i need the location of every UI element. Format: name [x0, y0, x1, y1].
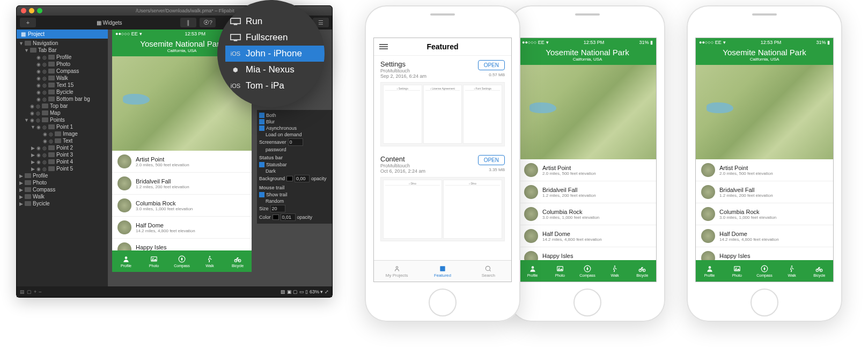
svg-point-13 — [486, 266, 490, 270]
pause-button[interactable]: ∥ — [180, 18, 196, 27]
bottom-tab[interactable]: Search — [466, 261, 511, 282]
tree-item[interactable]: ◉ ◎Top bar — [17, 102, 108, 109]
tree-item[interactable]: ◉ ◎Bycicle — [17, 88, 108, 95]
point-row[interactable]: Artist Point2.0 miles, 500 feet elevatio… — [112, 151, 252, 173]
tab-bicycle[interactable]: Bicycle — [224, 250, 252, 272]
tab-compass[interactable]: Compass — [168, 250, 196, 272]
point-row[interactable]: Half Dome14.2 miles, 4,800 feet elevatio… — [519, 225, 656, 247]
tree-item[interactable]: ▶Compass — [17, 186, 108, 193]
menu-icon[interactable] — [379, 44, 388, 49]
tree-item[interactable]: ▼Navigation — [17, 40, 108, 47]
tree-item[interactable]: ▶Profile — [17, 172, 108, 179]
open-button[interactable]: OPEN — [478, 155, 505, 165]
point-row[interactable]: Bridalveil Fall1.2 miles, 200 feet eleva… — [519, 181, 656, 203]
point-row[interactable]: Columbia Rock3.0 miles, 1,000 feet eleva… — [112, 195, 252, 217]
point-row[interactable]: Bridalveil Fall1.2 miles, 200 feet eleva… — [696, 181, 833, 203]
tree-item[interactable]: ▶◉ ◎Point 5 — [17, 165, 108, 172]
tree-item[interactable]: ◉ ◎Text — [17, 137, 108, 144]
tree-item[interactable]: ▶Photo — [17, 179, 108, 186]
svg-rect-7 — [231, 18, 240, 24]
run-target-item[interactable]: iOSJohn - iPhone — [225, 46, 325, 62]
tab-photo[interactable]: Photo — [723, 260, 751, 282]
run-target-item[interactable]: Fullscreen — [225, 29, 325, 46]
svg-rect-10 — [234, 40, 238, 41]
tab-compass[interactable]: Compass — [573, 260, 601, 282]
svg-rect-9 — [231, 34, 240, 40]
tab-walk[interactable]: Walk — [196, 250, 224, 272]
tab-bicycle[interactable]: Bicycle — [806, 260, 833, 282]
tree-item[interactable]: ▶Walk — [17, 193, 108, 200]
tab-profile[interactable]: Profile — [519, 260, 546, 282]
photo-icon — [732, 265, 742, 273]
project-tab[interactable]: ▦ Project — [17, 29, 108, 39]
tree-item[interactable]: ▼◉ ◎Point 1 — [17, 123, 108, 130]
tree-item[interactable]: ◉ ◎Photo — [17, 61, 108, 68]
compass-icon — [177, 255, 187, 263]
tree-item[interactable]: ▼◉ ◎Points — [17, 116, 108, 123]
close-icon[interactable] — [21, 8, 26, 13]
bottom-tab[interactable]: Featured — [420, 261, 465, 282]
tree-item[interactable]: ◉ ◎Walk — [17, 75, 108, 82]
layers-icon[interactable]: ▤ — [20, 289, 25, 294]
point-row[interactable]: Half Dome14.2 miles, 4,800 feet elevatio… — [696, 225, 833, 247]
tree-item[interactable]: ◉ ◎Map — [17, 109, 108, 116]
tree-item[interactable]: ◉ ◎Compass — [17, 68, 108, 75]
featured-card: ContentProMultitouchOct 6, 2016, 2:24 am… — [374, 151, 511, 246]
svg-point-21 — [708, 266, 711, 269]
monitor-icon — [230, 33, 241, 42]
svg-point-23 — [735, 268, 737, 269]
tree-item[interactable]: ▶◉ ◎Point 2 — [17, 144, 108, 151]
android-icon: ⬢ — [230, 65, 241, 74]
point-row[interactable]: Half Dome14.2 miles, 4,800 feet elevatio… — [112, 217, 252, 239]
point-thumbnail — [117, 198, 131, 212]
tab-photo[interactable]: Photo — [546, 260, 573, 282]
tree-item[interactable]: ▶Bycicle — [17, 200, 108, 207]
svg-point-5 — [234, 260, 237, 262]
point-row[interactable]: Artist Point2.0 miles, 500 feet elevatio… — [519, 159, 656, 181]
zoom-icon[interactable] — [37, 8, 42, 13]
run-target-item[interactable]: ⬢Mia - Nexus — [225, 62, 325, 78]
tree-item[interactable]: ◉ ◎Profile — [17, 54, 108, 61]
tab-profile[interactable]: Profile — [696, 260, 723, 282]
tab-walk[interactable]: Walk — [601, 260, 629, 282]
compass-icon — [760, 265, 769, 273]
point-row[interactable]: Columbia Rock3.0 miles, 1,000 feet eleva… — [696, 203, 833, 225]
screensaver-input[interactable] — [288, 138, 303, 146]
point-thumbnail — [524, 207, 538, 221]
iphone-featured: Featured SettingsProMultitouchSep 2, 201… — [365, 5, 520, 322]
tree-item[interactable]: ▶◉ ◎Point 3 — [17, 151, 108, 158]
tab-walk[interactable]: Walk — [778, 260, 806, 282]
bottom-tab-bar: My ProjectsFeaturedSearch — [374, 260, 511, 282]
point-row[interactable]: Bridalveil Fall1.2 miles, 200 feet eleva… — [112, 173, 252, 195]
tab-compass[interactable]: Compass — [751, 260, 778, 282]
point-thumbnail — [117, 154, 131, 168]
tree-item[interactable]: ▶◉ ◎Point 4 — [17, 158, 108, 165]
layer-tree: ▼Navigation▼Tab Bar◉ ◎Profile◉ ◎Photo◉ ◎… — [17, 39, 108, 286]
iphone-yosemite-back: ●●○○○ EE ▾ 12:53 PM 31% ▮ Yosemite Natio… — [510, 5, 665, 322]
card-screenshots: ‹ Settings‹ License Agreement‹ Font Sett… — [380, 82, 505, 146]
open-button[interactable]: OPEN — [478, 60, 505, 70]
tree-item[interactable]: ▼Tab Bar — [17, 47, 108, 54]
featured-header: Featured — [374, 38, 511, 56]
walk-icon — [787, 265, 797, 273]
bottom-tab[interactable]: My Projects — [374, 261, 420, 282]
tab-profile[interactable]: Profile — [112, 250, 140, 272]
tab-photo[interactable]: Photo — [140, 250, 168, 272]
walk-icon — [205, 255, 215, 263]
svg-point-26 — [816, 269, 819, 272]
map-view[interactable] — [696, 65, 833, 159]
folder-icon[interactable]: ▢ — [27, 289, 32, 294]
minimize-icon[interactable] — [29, 8, 34, 13]
add-button[interactable]: + — [20, 18, 36, 27]
profile-icon — [528, 265, 538, 273]
help-button[interactable]: ⦿? — [200, 18, 216, 27]
point-row[interactable]: Columbia Rock3.0 miles, 1,000 feet eleva… — [519, 203, 656, 225]
tree-item[interactable]: ◉ ◎Text 15 — [17, 82, 108, 88]
tree-item[interactable]: ◉ ◎Image — [17, 130, 108, 137]
svg-point-4 — [209, 256, 210, 257]
tree-item[interactable]: ◉ ◎Bottom bar bg — [17, 95, 108, 102]
point-row[interactable]: Artist Point2.0 miles, 500 feet elevatio… — [696, 159, 833, 181]
map-view[interactable] — [519, 65, 656, 159]
tab-bicycle[interactable]: Bicycle — [629, 260, 656, 282]
point-thumbnail — [524, 163, 538, 177]
